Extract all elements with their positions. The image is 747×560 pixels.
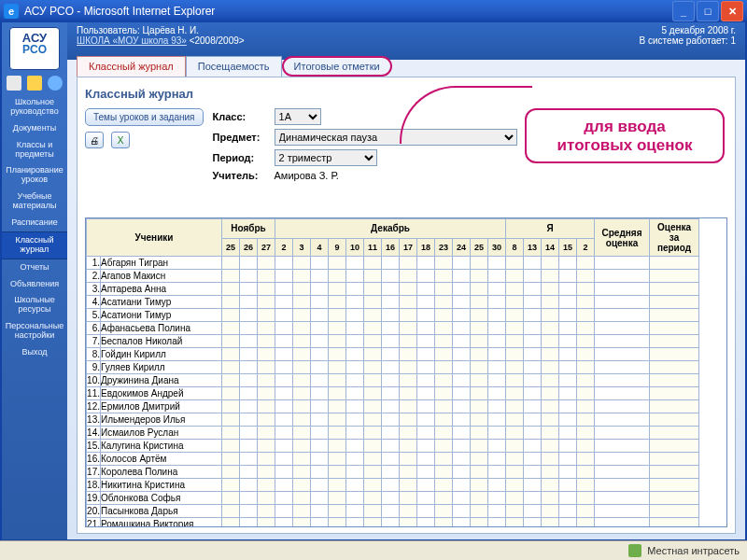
student-name[interactable]: Ромашкина Виктория: [101, 518, 222, 528]
period-cell[interactable]: [650, 283, 699, 296]
grade-cell[interactable]: [488, 466, 506, 479]
grade-cell[interactable]: [506, 257, 524, 270]
grade-cell[interactable]: [400, 518, 417, 528]
grade-cell[interactable]: [382, 440, 400, 453]
grade-cell[interactable]: [400, 283, 417, 296]
tab-journal[interactable]: Классный журнал: [77, 56, 186, 77]
grade-cell[interactable]: [240, 479, 258, 492]
grade-cell[interactable]: [453, 466, 471, 479]
grade-cell[interactable]: [542, 335, 559, 348]
grade-cell[interactable]: [506, 296, 524, 309]
grade-cell[interactable]: [240, 309, 258, 322]
grade-cell[interactable]: [524, 257, 542, 270]
grade-cell[interactable]: [240, 400, 258, 413]
grade-cell[interactable]: [346, 427, 364, 440]
grade-cell[interactable]: [417, 440, 435, 453]
grade-cell[interactable]: [222, 400, 240, 413]
grade-cell[interactable]: [559, 479, 577, 492]
grade-cell[interactable]: [435, 466, 453, 479]
grade-cell[interactable]: [346, 283, 364, 296]
grade-cell[interactable]: [311, 440, 329, 453]
grade-cell[interactable]: [435, 505, 453, 518]
grade-cell[interactable]: [559, 270, 577, 283]
grade-cell[interactable]: [311, 309, 329, 322]
grade-cell[interactable]: [542, 492, 559, 505]
grade-cell[interactable]: [258, 413, 275, 427]
day-header[interactable]: 3: [293, 238, 311, 256]
class-select[interactable]: 1А: [275, 108, 321, 125]
grade-cell[interactable]: [542, 309, 559, 322]
grade-cell[interactable]: [453, 400, 471, 413]
grade-cell[interactable]: [577, 270, 595, 283]
grade-cell[interactable]: [240, 374, 258, 387]
grade-cell[interactable]: [258, 387, 275, 400]
grade-cell[interactable]: [524, 309, 542, 322]
grade-cell[interactable]: [400, 440, 417, 453]
grade-cell[interactable]: [559, 400, 577, 413]
student-name[interactable]: Абгарян Тигран: [101, 257, 222, 270]
grade-cell[interactable]: [417, 296, 435, 309]
grade-cell[interactable]: [417, 400, 435, 413]
grade-cell[interactable]: [346, 335, 364, 348]
grade-cell[interactable]: [524, 492, 542, 505]
day-header[interactable]: 9: [329, 238, 346, 256]
grade-cell[interactable]: [435, 348, 453, 361]
grade-cell[interactable]: [364, 296, 382, 309]
grade-cell[interactable]: [417, 518, 435, 528]
grade-cell[interactable]: [222, 322, 240, 335]
grade-cell[interactable]: [382, 322, 400, 335]
grade-cell[interactable]: [506, 427, 524, 440]
grade-cell[interactable]: [559, 427, 577, 440]
grade-cell[interactable]: [453, 257, 471, 270]
grade-cell[interactable]: [400, 335, 417, 348]
grade-cell[interactable]: [364, 413, 382, 427]
grade-cell[interactable]: [506, 348, 524, 361]
grade-cell[interactable]: [346, 453, 364, 466]
grade-cell[interactable]: [542, 413, 559, 427]
grade-cell[interactable]: [417, 453, 435, 466]
student-name[interactable]: Афанасьева Полина: [101, 322, 222, 335]
grade-cell[interactable]: [293, 283, 311, 296]
grade-cell[interactable]: [240, 387, 258, 400]
grade-grid-wrap[interactable]: УченикиНоябрьДекабрьЯСредняя оценкаОценк…: [85, 217, 727, 527]
grade-cell[interactable]: [542, 440, 559, 453]
grade-cell[interactable]: [471, 479, 488, 492]
grade-cell[interactable]: [329, 440, 346, 453]
grade-cell[interactable]: [435, 400, 453, 413]
home-icon[interactable]: [27, 76, 42, 91]
grade-cell[interactable]: [542, 257, 559, 270]
mail-icon[interactable]: [7, 76, 21, 91]
grade-cell[interactable]: [435, 374, 453, 387]
grade-cell[interactable]: [346, 296, 364, 309]
grade-cell[interactable]: [222, 283, 240, 296]
grade-cell[interactable]: [453, 309, 471, 322]
grade-cell[interactable]: [435, 270, 453, 283]
grade-cell[interactable]: [506, 479, 524, 492]
grade-cell[interactable]: [488, 270, 506, 283]
period-cell[interactable]: [650, 505, 699, 518]
grade-cell[interactable]: [506, 270, 524, 283]
sidebar-item-0[interactable]: Школьное руководство: [2, 94, 67, 120]
grade-cell[interactable]: [382, 361, 400, 374]
grade-cell[interactable]: [488, 505, 506, 518]
student-name[interactable]: Пасынкова Дарья: [101, 505, 222, 518]
grade-cell[interactable]: [222, 335, 240, 348]
grade-cell[interactable]: [524, 361, 542, 374]
grade-cell[interactable]: [542, 361, 559, 374]
day-header[interactable]: 25: [471, 238, 488, 256]
student-name[interactable]: Облонкова Софья: [101, 492, 222, 505]
day-header[interactable]: 16: [382, 238, 400, 256]
grade-cell[interactable]: [542, 479, 559, 492]
grade-cell[interactable]: [329, 374, 346, 387]
grade-cell[interactable]: [222, 466, 240, 479]
period-cell[interactable]: [650, 413, 699, 427]
grade-cell[interactable]: [311, 361, 329, 374]
grade-cell[interactable]: [400, 466, 417, 479]
day-header[interactable]: 17: [400, 238, 417, 256]
grade-cell[interactable]: [329, 270, 346, 283]
grade-cell[interactable]: [488, 492, 506, 505]
grade-cell[interactable]: [559, 440, 577, 453]
grade-cell[interactable]: [524, 270, 542, 283]
grade-cell[interactable]: [275, 505, 293, 518]
grade-cell[interactable]: [488, 361, 506, 374]
